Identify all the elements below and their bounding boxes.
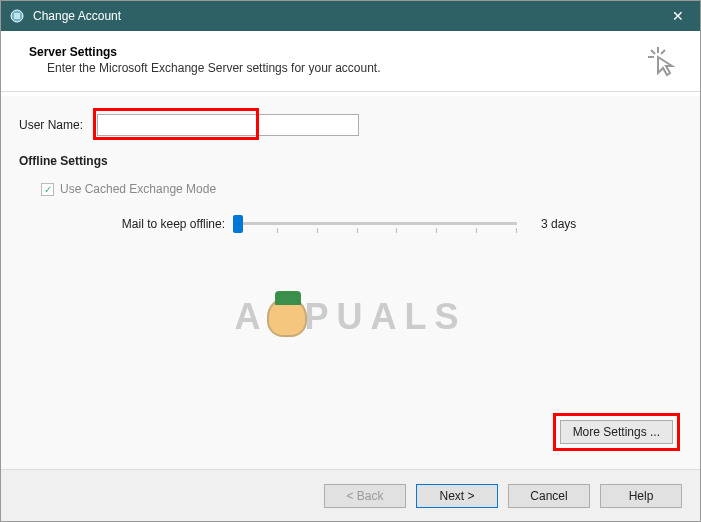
more-settings-button[interactable]: More Settings ... bbox=[560, 420, 673, 444]
svg-line-4 bbox=[651, 50, 655, 54]
mail-offline-row: Mail to keep offline: 3 days bbox=[89, 212, 682, 236]
cached-mode-checkbox[interactable]: ✓ bbox=[41, 183, 54, 196]
svg-line-5 bbox=[661, 50, 665, 54]
window-title: Change Account bbox=[33, 9, 121, 23]
username-label: User Name: bbox=[19, 118, 97, 132]
header-panel: Server Settings Enter the Microsoft Exch… bbox=[1, 31, 700, 92]
highlight-box-more-settings: More Settings ... bbox=[553, 413, 680, 451]
content-area: User Name: Offline Settings ✓ Use Cached… bbox=[1, 96, 700, 469]
footer-buttons: < Back Next > Cancel Help bbox=[1, 469, 700, 521]
header-title: Server Settings bbox=[29, 45, 680, 59]
header-subtitle: Enter the Microsoft Exchange Server sett… bbox=[47, 61, 680, 75]
mail-offline-label: Mail to keep offline: bbox=[89, 217, 237, 231]
next-button[interactable]: Next > bbox=[416, 484, 498, 508]
username-row: User Name: bbox=[19, 114, 682, 136]
svg-rect-1 bbox=[14, 13, 20, 19]
watermark-icon bbox=[266, 297, 306, 337]
mail-offline-slider[interactable] bbox=[237, 212, 517, 236]
close-icon: ✕ bbox=[672, 8, 684, 24]
cursor-decorative-icon bbox=[646, 45, 678, 80]
more-settings-area: More Settings ... bbox=[553, 413, 680, 451]
offline-section-title: Offline Settings bbox=[19, 154, 682, 168]
watermark: A PUALS bbox=[234, 296, 466, 338]
app-icon bbox=[9, 8, 25, 24]
cached-mode-row: ✓ Use Cached Exchange Mode bbox=[41, 182, 682, 196]
back-button: < Back bbox=[324, 484, 406, 508]
close-button[interactable]: ✕ bbox=[655, 1, 700, 31]
username-input[interactable] bbox=[97, 114, 359, 136]
cached-mode-label: Use Cached Exchange Mode bbox=[60, 182, 216, 196]
titlebar: Change Account ✕ bbox=[1, 1, 700, 31]
cancel-button[interactable]: Cancel bbox=[508, 484, 590, 508]
help-button[interactable]: Help bbox=[600, 484, 682, 508]
mail-offline-value: 3 days bbox=[541, 217, 576, 231]
slider-thumb[interactable] bbox=[233, 215, 243, 233]
